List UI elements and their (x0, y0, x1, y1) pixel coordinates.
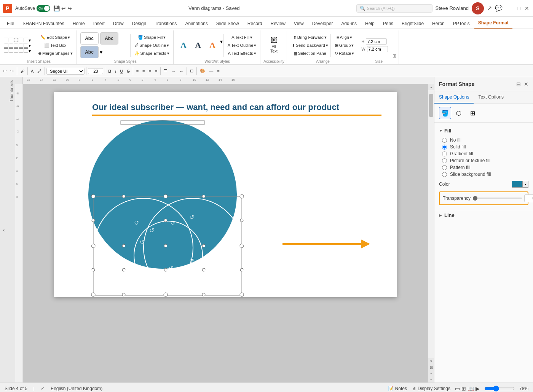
fill-section-header[interactable]: ▼ Fill (439, 126, 528, 136)
rotate-btn[interactable]: ↻ Rotate ▾ (333, 50, 356, 57)
tab-brightslide[interactable]: BrightSlide (398, 19, 428, 29)
tab-record[interactable]: Record (244, 19, 266, 29)
tab-developer[interactable]: Developer (308, 19, 337, 29)
tab-animations[interactable]: Animations (181, 19, 211, 29)
shape-f3[interactable] (14, 48, 18, 53)
shape-rect[interactable] (4, 38, 8, 42)
tb-undo[interactable]: ↩ (2, 68, 8, 74)
text-outline-btn[interactable]: A Text Outline ▾ (226, 42, 258, 49)
selection-pane-btn[interactable]: ▦ Selection Pane (290, 50, 330, 57)
slide-sorter-btn[interactable]: ⊞ (461, 386, 466, 392)
wordart-more[interactable]: ▾ (220, 38, 223, 52)
size-expand-icon[interactable]: ⊞ (393, 53, 396, 59)
wordart-a3[interactable]: A (206, 38, 219, 52)
shape-line[interactable] (4, 43, 8, 48)
tb-align-left[interactable]: ≡ (135, 68, 140, 74)
edit-shape-dropdown[interactable]: ▾ (68, 35, 70, 40)
style-more-icon[interactable]: ▾ (100, 49, 102, 55)
bring-forward-dropdown[interactable]: ▾ (324, 35, 327, 40)
left-collapse-btn[interactable]: ‹ (0, 77, 8, 382)
tb-paint[interactable]: 🖌 (19, 68, 26, 74)
shape-effects-btn[interactable]: ✨ Shape Effects ▾ (133, 50, 171, 57)
close-btn[interactable]: ✕ (524, 5, 530, 11)
style-btn-2[interactable]: Abc (100, 32, 118, 45)
tab-draw[interactable]: Draw (109, 19, 128, 29)
text-fill-btn[interactable]: A Text Fill ▾ (226, 34, 258, 41)
comment-icon[interactable]: 💬 (495, 5, 503, 12)
display-settings-btn[interactable]: 🖥 Display Settings (412, 386, 450, 391)
shape-rect2[interactable] (9, 38, 13, 42)
gradient-fill-radio[interactable] (442, 151, 447, 156)
effects-dropdown[interactable]: ▾ (167, 51, 169, 56)
slide-container[interactable]: Our ideal subscriber — want, need and ca… (23, 84, 428, 382)
text-outline-dropdown[interactable]: ▾ (254, 43, 256, 48)
width-input[interactable] (367, 46, 388, 52)
edit-shape-btn[interactable]: ✏️ Edit Shape ▾ (37, 34, 74, 41)
height-input[interactable] (366, 38, 387, 45)
tab-addins[interactable]: Add-ins (337, 19, 361, 29)
align-dropdown[interactable]: ▾ (350, 35, 352, 40)
shape-f1[interactable] (4, 48, 8, 53)
shape-fill-btn[interactable]: 🪣 Shape Fill ▾ (133, 34, 171, 41)
slide-bg-fill-option[interactable]: Slide background fill (442, 172, 528, 177)
tab-transitions[interactable]: Transitions (151, 19, 180, 29)
wordart-a1[interactable]: A (177, 38, 190, 52)
panel-collapse-btn[interactable]: ⊟ (516, 81, 521, 87)
tb-strikethrough[interactable]: S (125, 68, 131, 74)
scroll-thumb[interactable] (429, 94, 433, 117)
search-box[interactable]: 🔍 Search (Alt+Q) (356, 4, 432, 13)
shape-more[interactable]: ▾ (29, 38, 33, 42)
outline-dropdown[interactable]: ▾ (167, 43, 169, 48)
tb-line-weight[interactable]: ≡ (215, 68, 221, 74)
shape-star[interactable] (19, 43, 23, 48)
shape-arrow[interactable] (9, 43, 13, 48)
tb-outdent[interactable]: ← (178, 68, 185, 74)
alt-text-btn[interactable]: 🖼 AltText (267, 35, 281, 55)
tab-shape-options[interactable]: Shape Options (434, 91, 474, 104)
tab-review[interactable]: Review (266, 19, 289, 29)
autosave-toggle[interactable]: On (37, 5, 50, 12)
tab-sharpn[interactable]: SHARPN Favourites (19, 19, 68, 29)
shape-more2[interactable]: ▾ (29, 43, 33, 48)
color-btn[interactable] (512, 181, 522, 188)
fill-dropdown[interactable]: ▾ (163, 35, 166, 40)
slide[interactable]: Our ideal subscriber — want, need and ca… (54, 92, 397, 297)
transparency-input[interactable] (524, 194, 533, 202)
slideshow-btn[interactable]: ▶ (476, 386, 480, 392)
text-effects-btn[interactable]: A Text Effects ▾ (226, 50, 258, 57)
send-backward-btn[interactable]: ⬇ Send Backward ▾ (290, 42, 330, 49)
size-pos-icon-tab[interactable]: ⊞ (466, 107, 479, 119)
no-fill-radio[interactable] (442, 138, 447, 143)
group-dropdown[interactable]: ▾ (351, 43, 354, 48)
shape-f4[interactable] (19, 48, 23, 53)
tab-help[interactable]: Help (361, 19, 378, 29)
solid-fill-radio[interactable] (442, 145, 447, 150)
shape-f2[interactable] (9, 48, 13, 53)
scroll-zoom-out[interactable]: − (428, 376, 434, 382)
style-btn-1[interactable]: Abc (80, 32, 99, 45)
tab-pens[interactable]: Pens (379, 19, 397, 29)
shape-f5[interactable] (24, 48, 28, 53)
undo-icon[interactable]: ↩ (61, 5, 66, 11)
maximize-btn[interactable]: □ (516, 5, 522, 11)
share-icon[interactable]: ↗ (487, 5, 492, 12)
style-btn-3[interactable]: Abc (80, 46, 99, 58)
shape-callout[interactable] (14, 43, 18, 48)
tab-view[interactable]: View (290, 19, 308, 29)
tb-font-color[interactable]: A (29, 68, 35, 74)
spell-check-icon[interactable]: ✓ (41, 386, 45, 391)
picture-fill-option[interactable]: Picture or texture fill (442, 158, 528, 163)
venn-diagram[interactable]: ↺ ↺ ↺ ↺ ↺ ↺ ↺ (75, 118, 262, 297)
solid-fill-option[interactable]: Solid fill (442, 144, 528, 150)
save-icon[interactable]: 💾 (53, 5, 60, 11)
rotate-dropdown[interactable]: ▾ (352, 51, 354, 56)
normal-view-btn[interactable]: ▭ (455, 386, 460, 392)
tb-underline[interactable]: U (118, 68, 124, 74)
group-btn[interactable]: ⊞ Group ▾ (333, 42, 356, 49)
align-btn[interactable]: ≡ Align ▾ (333, 34, 356, 41)
merge-shapes-btn[interactable]: ⊕ Merge Shapes ▾ (37, 50, 74, 57)
user-avatar[interactable]: S (472, 2, 484, 14)
text-fill-dropdown[interactable]: ▾ (250, 35, 252, 40)
no-fill-option[interactable]: No fill (442, 137, 528, 143)
tb-italic[interactable]: I (113, 68, 118, 74)
